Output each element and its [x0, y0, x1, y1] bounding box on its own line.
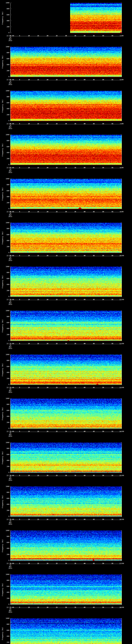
- x-end-time-label: 10:00: [117, 255, 126, 256]
- y-tick-label: 200: [4, 114, 10, 116]
- y-tick-left: [10, 103, 12, 103]
- y-tick-left: [10, 333, 11, 333]
- y-tick-left: [10, 290, 12, 291]
- y-tick-right: [121, 362, 122, 362]
- x-start-date-label: 16 Apr 2015: [4, 608, 16, 613]
- y-tick-label: 200: [4, 290, 10, 292]
- y-tick-right: [121, 360, 122, 361]
- y-tick-right: [121, 240, 122, 241]
- y-tick-left: [10, 107, 11, 108]
- x-tick-label: 35: [73, 518, 78, 520]
- y-tick-right: [121, 148, 122, 148]
- y-tick-left: [10, 378, 12, 379]
- x-tick-label: 45: [91, 562, 96, 564]
- y-tick-label: 200: [4, 466, 10, 468]
- y-tick-left: [10, 22, 11, 22]
- x-tick-label: 5: [17, 343, 22, 344]
- x-tick-label: 30: [64, 35, 68, 37]
- x-tick-label: 25: [54, 79, 59, 81]
- x-start-date-label: 16 Apr 2015: [4, 124, 16, 129]
- y-tick-label: 600: [4, 278, 10, 280]
- y-tick-label: 0: [4, 296, 10, 298]
- x-end-time-label: 6:00: [117, 79, 126, 81]
- y-tick-right: [121, 641, 122, 641]
- y-tick-left: [10, 12, 11, 12]
- x-tick-label: 5: [17, 35, 22, 37]
- y-tick-left: [10, 604, 12, 604]
- y-tick-right: [121, 56, 122, 56]
- x-tick-label: 45: [91, 518, 96, 520]
- x-tick-label: 20: [45, 299, 50, 300]
- y-tick-right: [121, 22, 122, 22]
- x-tick-label: 50: [100, 343, 106, 344]
- x-end-time-label: 13:00: [117, 387, 126, 388]
- y-tick-label: 1000: [4, 574, 10, 575]
- y-tick-left: [10, 359, 11, 359]
- y-tick-right: [121, 403, 122, 403]
- y-tick-right: [121, 195, 122, 196]
- y-tick-left: [10, 630, 12, 630]
- x-tick-label: 5: [17, 211, 22, 213]
- y-tick-label: 200: [4, 202, 10, 204]
- y-axis-title: Frequency (Hz): [2, 316, 4, 336]
- y-tick-right: [121, 47, 122, 47]
- x-tick-label: 40: [82, 430, 87, 432]
- y-tick-right: [121, 321, 122, 321]
- y-tick-label: 1000: [4, 398, 10, 400]
- y-tick-left: [10, 621, 11, 622]
- y-tick-right: [121, 51, 122, 52]
- x-tick-label: 10: [26, 123, 32, 125]
- y-tick-right: [121, 458, 122, 458]
- x-start-date-label: 16 Apr 2015: [4, 564, 16, 569]
- y-tick-label: 200: [4, 598, 10, 599]
- y-tick-right: [121, 290, 122, 291]
- y-tick-left: [10, 332, 11, 332]
- x-tick-label: 40: [82, 35, 87, 37]
- y-tick-left: [10, 15, 12, 15]
- spectrogram-panel-12: 02004006008001000Frequency (Hz)510152025…: [0, 484, 132, 528]
- y-tick-right: [121, 107, 122, 108]
- y-tick-label: 200: [4, 334, 10, 336]
- y-axis-title: Frequency (Hz): [2, 140, 4, 160]
- y-tick-right: [121, 400, 122, 400]
- x-tick-label: 20: [45, 211, 50, 213]
- y-tick-label: 0: [4, 384, 10, 385]
- y-tick-left: [10, 48, 11, 48]
- y-tick-left: [10, 207, 11, 207]
- y-tick-label: 1000: [4, 222, 10, 224]
- y-tick-label: 400: [4, 152, 10, 154]
- spectrogram-canvas: [10, 574, 122, 605]
- x-tick-label: 30: [64, 167, 68, 168]
- y-tick-left: [10, 635, 11, 635]
- y-tick-left: [10, 282, 11, 282]
- y-tick-left: [10, 532, 11, 532]
- y-tick-right: [121, 382, 122, 382]
- x-tick-label: 25: [54, 35, 59, 37]
- y-tick-label: 200: [4, 158, 10, 160]
- y-tick-right: [121, 604, 122, 604]
- y-tick-label: 400: [4, 108, 10, 110]
- y-tick-right: [121, 588, 122, 588]
- y-tick-label: 1000: [4, 134, 10, 136]
- y-tick-left: [10, 446, 11, 446]
- spectrogram-panel-9: 02004006008001000Frequency (Hz)510152025…: [0, 352, 132, 396]
- y-tick-label: 400: [4, 372, 10, 374]
- x-tick-label: 40: [82, 518, 87, 520]
- x-tick-label: 25: [54, 123, 59, 125]
- y-tick-label: 800: [4, 536, 10, 537]
- y-tick-right: [121, 408, 122, 408]
- y-tick-left: [10, 272, 12, 273]
- y-tick-left: [10, 362, 11, 362]
- y-tick-left: [10, 452, 11, 452]
- y-axis-title: Frequency (Hz): [2, 96, 4, 116]
- y-tick-left: [10, 283, 11, 283]
- y-tick-left: [10, 51, 11, 52]
- y-tick-right: [121, 228, 122, 229]
- y-tick-right: [121, 377, 122, 377]
- x-tick-label: 20: [45, 35, 50, 37]
- y-tick-right: [121, 442, 122, 443]
- y-tick-right: [121, 75, 122, 75]
- x-end-time-label: 7:00: [117, 123, 126, 125]
- y-tick-label: 1000: [4, 618, 10, 619]
- y-tick-right: [121, 68, 122, 68]
